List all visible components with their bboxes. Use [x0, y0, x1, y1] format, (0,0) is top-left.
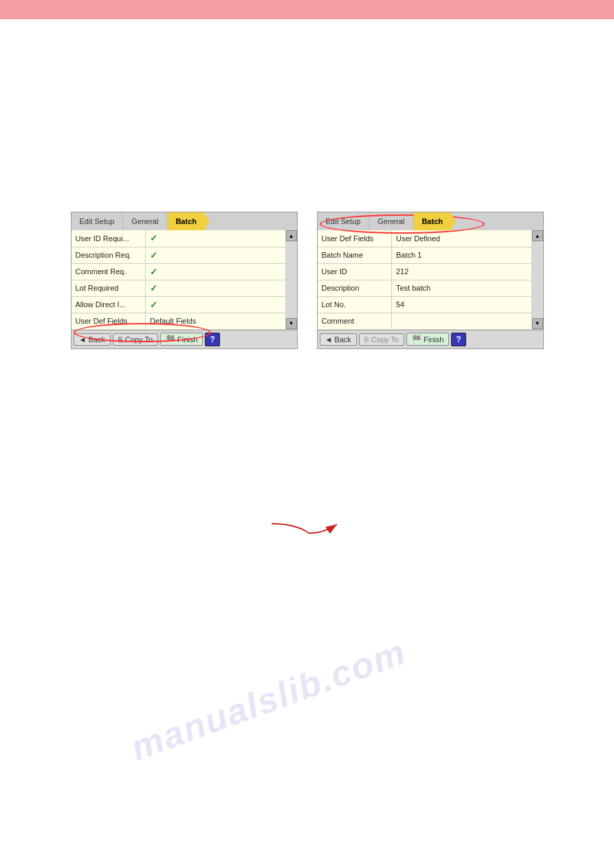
right-panel-grid: User Def Fields User Defined ▲ ▼	[318, 230, 543, 330]
row-label: User ID	[318, 263, 392, 280]
right-tab-edit-setup[interactable]: Edit Setup	[318, 212, 370, 230]
top-banner	[0, 0, 614, 19]
row-value: ✓	[146, 247, 286, 263]
right-back-button[interactable]: ◄ Back	[320, 333, 357, 346]
row-value: Test batch	[392, 280, 532, 296]
row-value: ✓	[146, 280, 286, 296]
checkmark-icon: ✓	[150, 267, 157, 277]
copy-to-label: Copy To	[371, 335, 399, 344]
row-label-user-def: User Def Fields	[72, 313, 146, 329]
table-row: Comment	[318, 313, 543, 329]
scroll-down-btn[interactable]: ▼	[286, 318, 297, 329]
row-label: Batch Name	[318, 247, 392, 263]
table-row: Description Test batch	[318, 280, 543, 296]
checkmark-icon: ✓	[150, 300, 157, 310]
copy-to-label: Copy To	[125, 335, 153, 344]
left-copy-to-button[interactable]: ⎘ Copy To	[113, 333, 158, 346]
right-help-button[interactable]: ?	[451, 333, 465, 346]
row-value: User Defined	[392, 230, 532, 247]
right-finish-button[interactable]: 🏁 Finish	[406, 333, 449, 346]
right-tab-general[interactable]: General	[369, 212, 413, 230]
finish-icon: 🏁	[166, 335, 175, 344]
watermark: manualslib.com	[125, 631, 411, 768]
scroll-track: ▲ ▼	[531, 230, 543, 329]
row-label: Comment	[318, 313, 392, 329]
finish-label: Finish	[424, 335, 443, 344]
left-panel-table: User ID Requi... ✓ ▲ ▼	[72, 230, 297, 330]
finish-label: Finish	[177, 335, 197, 344]
row-value	[392, 313, 532, 329]
left-back-button[interactable]: ◄ Back	[74, 333, 111, 346]
row-value-user-def: Default Fields	[146, 313, 286, 329]
row-label: Comment Req.	[72, 263, 146, 280]
back-icon: ◄	[325, 335, 333, 344]
row-label: Allow Direct I...	[72, 296, 146, 313]
right-tab-batch[interactable]: Batch	[413, 212, 456, 230]
back-label: Back	[88, 335, 105, 344]
table-row: User ID 212	[318, 263, 543, 280]
row-value: ✓	[146, 296, 286, 313]
right-panel-bottom: ◄ Back ⎘ Copy To 🏁 Finish ?	[318, 330, 543, 348]
left-finish-button[interactable]: 🏁 Finish	[160, 333, 203, 346]
checkmark-icon: ✓	[150, 250, 157, 260]
right-panel-box: Edit Setup General Batch User Def Fields…	[317, 212, 544, 349]
right-panel: Edit Setup General Batch User Def Fields…	[317, 212, 544, 349]
row-label: User Def Fields	[318, 230, 392, 247]
scroll-up-btn[interactable]: ▲	[286, 230, 297, 241]
table-row-user-def: User Def Fields User Defined ▲ ▼	[318, 230, 543, 247]
right-copy-to-button[interactable]: ⎘ Copy To	[359, 333, 404, 346]
row-value: ✓	[146, 230, 286, 247]
table-row: Allow Direct I... ✓	[72, 296, 297, 313]
row-value: 54	[392, 296, 532, 313]
scroll-down-btn[interactable]: ▼	[532, 318, 543, 329]
row-value: Batch 1	[392, 247, 532, 263]
left-tab-general[interactable]: General	[123, 212, 167, 230]
row-label: Description Req.	[72, 247, 146, 263]
scroll-track: ▲ ▼	[285, 230, 297, 329]
checkmark-icon: ✓	[150, 283, 157, 293]
back-label: Back	[334, 335, 351, 344]
finish-icon: 🏁	[412, 335, 421, 344]
scroll-up-btn[interactable]: ▲	[532, 230, 543, 241]
panels-container: Edit Setup General Batch User ID Requi..…	[0, 212, 614, 349]
right-panel-tabs: Edit Setup General Batch	[318, 212, 543, 230]
left-panel-bottom: ◄ Back ⎘ Copy To 🏁 Finish ?	[72, 330, 297, 348]
copy-icon: ⎘	[118, 335, 123, 344]
row-value: 212	[392, 263, 532, 280]
table-row: Description Req. ✓	[72, 247, 297, 263]
row-label: Lot No.	[318, 296, 392, 313]
row-label: Description	[318, 280, 392, 296]
left-tab-edit-setup[interactable]: Edit Setup	[72, 212, 124, 230]
left-panel-grid: User ID Requi... ✓ ▲ ▼	[72, 230, 297, 330]
right-panel-table: User Def Fields User Defined ▲ ▼	[318, 230, 543, 330]
left-panel: Edit Setup General Batch User ID Requi..…	[71, 212, 298, 349]
row-label: User ID Requi...	[72, 230, 146, 247]
table-row: Batch Name Batch 1	[318, 247, 543, 263]
table-row: Comment Req. ✓	[72, 263, 297, 280]
left-tab-batch[interactable]: Batch	[167, 212, 210, 230]
table-row-user-def: User Def Fields Default Fields	[72, 313, 297, 329]
row-label: Lot Required	[72, 280, 146, 296]
row-value: ✓	[146, 263, 286, 280]
table-row: Lot No. 54	[318, 296, 543, 313]
checkmark-icon: ✓	[150, 233, 157, 243]
left-help-button[interactable]: ?	[205, 333, 219, 346]
table-row: Lot Required ✓	[72, 280, 297, 296]
copy-icon: ⎘	[364, 335, 369, 344]
table-row: User ID Requi... ✓ ▲ ▼	[72, 230, 297, 247]
back-icon: ◄	[79, 335, 87, 344]
left-panel-tabs: Edit Setup General Batch	[72, 212, 297, 230]
left-panel-box: Edit Setup General Batch User ID Requi..…	[71, 212, 298, 349]
